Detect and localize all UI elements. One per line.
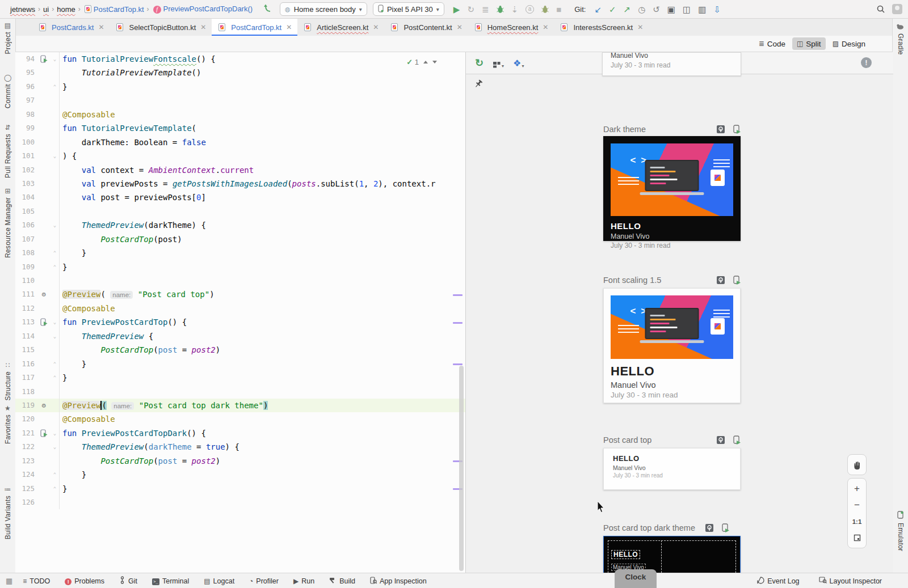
code-line-125[interactable]: 125⌃} xyxy=(15,482,465,496)
sidebar-item-favorites[interactable]: ★Favorites xyxy=(0,404,15,444)
refresh-preview-icon[interactable]: ↻ xyxy=(475,57,484,69)
breadcrumb-item-jetnews[interactable]: jetnews xyxy=(10,5,35,14)
pan-tool-button[interactable] xyxy=(847,454,867,475)
zoom-to-fit-button[interactable] xyxy=(848,530,866,545)
gutter-preview-settings-icon[interactable]: ⚙ xyxy=(37,287,51,301)
profiler-icon[interactable]: a xyxy=(526,5,534,14)
sidebar-item-emulator[interactable]: Emulator xyxy=(893,511,908,551)
git-push-icon[interactable]: ↗ xyxy=(624,5,631,14)
interactive-preview-icon[interactable] xyxy=(705,523,714,534)
code-line-115[interactable]: 115 PostCardTop(post = post2) xyxy=(15,343,465,357)
close-icon[interactable]: ✕ xyxy=(637,23,643,31)
code-line-108[interactable]: 108⌃ } xyxy=(15,246,465,260)
preview-card-dark-wireframe[interactable]: HELLO Manuel Vivo xyxy=(603,536,741,573)
interactive-preview-icon[interactable] xyxy=(716,125,725,136)
git-commit-icon[interactable]: ✓ xyxy=(609,5,616,14)
code-line-109[interactable]: 109⌃} xyxy=(15,260,465,274)
run-preview-icon[interactable] xyxy=(733,435,741,446)
statusbar-item-logcat[interactable]: ▤Logcat xyxy=(204,577,234,585)
code-line-123[interactable]: 123 PostCardTop(post = post2) xyxy=(15,454,465,468)
code-line-121[interactable]: 121⌄fun PreviewPostCardTopDark() { xyxy=(15,426,465,440)
preview-issues-badge[interactable]: ! xyxy=(861,57,872,68)
gutter-run-icon[interactable] xyxy=(37,315,51,329)
code-line-110[interactable]: 110 xyxy=(15,274,465,287)
tab-interestsscreen-kt[interactable]: InterestsScreen.kt✕ xyxy=(554,19,649,36)
code-line-119[interactable]: 119⚙@Preview( name: "Post card top dark … xyxy=(15,399,465,412)
close-icon[interactable]: ✕ xyxy=(286,23,292,31)
next-problem-icon[interactable] xyxy=(432,61,437,64)
statusbar-item-problems[interactable]: !Problems xyxy=(65,577,104,585)
statusbar-item-todo[interactable]: ≡TODO xyxy=(23,577,50,585)
code-line-112[interactable]: 112@Composable xyxy=(15,302,465,315)
prev-problem-icon[interactable] xyxy=(423,61,428,64)
code-line-98[interactable]: 98@Composable xyxy=(15,108,465,121)
code-line-94[interactable]: 94⌄fun TutorialPreviewFontscale() { xyxy=(15,52,465,66)
preview-card-partial[interactable]: Manuel Vivo July 30 - 3 min read xyxy=(602,52,741,76)
tab-selecttopicbutton-kt[interactable]: SelectTopicButton.kt✕ xyxy=(110,19,212,36)
statusbar-item-git[interactable]: Git xyxy=(119,576,137,586)
profiler-lines-icon[interactable]: ≣ xyxy=(482,5,489,14)
device-select[interactable]: Pixel 5 API 30 ▾ xyxy=(373,2,444,16)
breadcrumb-item-previewpostcardtopdark[interactable]: fPreviewPostCardTopDark() xyxy=(152,5,253,14)
tab-homescreen-kt[interactable]: HomeScreen.kt✕ xyxy=(468,19,554,36)
code-line-122[interactable]: 122⌄ ThemedPreview(darkTheme = true) { xyxy=(15,440,465,454)
device-mirroring-icon[interactable]: ▥ xyxy=(698,5,706,14)
code-line-120[interactable]: 120@Composable xyxy=(15,412,465,426)
run-preview-icon[interactable] xyxy=(733,125,741,136)
sidebar-item-commit[interactable]: ◯Commit xyxy=(0,74,15,108)
interactive-preview-icon[interactable] xyxy=(716,276,725,286)
statusbar-item-layout-inspector[interactable]: Layout Inspector xyxy=(819,577,882,585)
profile-app-icon[interactable] xyxy=(541,5,549,14)
search-everywhere-icon[interactable] xyxy=(876,5,885,14)
view-options-icon[interactable]: ▾ xyxy=(493,58,504,69)
git-rollback-icon[interactable]: ↺ xyxy=(653,5,660,14)
tab-articlescreen-kt[interactable]: ArticleScreen.kt✕ xyxy=(297,19,384,36)
inspection-widget[interactable]: ✓ 1 xyxy=(406,58,437,66)
device-manager-icon[interactable]: ▣ xyxy=(667,5,675,14)
run-preview-icon[interactable] xyxy=(733,276,741,286)
running-devices-icon[interactable]: ◫ xyxy=(683,5,691,14)
close-icon[interactable]: ✕ xyxy=(200,23,206,31)
code-line-124[interactable]: 124⌃ } xyxy=(15,468,465,481)
preview-card-font-scaling[interactable]: < > HELLO Manuel Vivo July 30 - 3 min re… xyxy=(603,288,741,403)
sidebar-item-project[interactable]: ▤Project xyxy=(0,22,15,54)
gutter-run-icon[interactable] xyxy=(37,52,51,66)
zoom-in-button[interactable]: + xyxy=(848,481,866,496)
close-icon[interactable]: ✕ xyxy=(98,23,104,31)
mode-code-button[interactable]: ≣ Code xyxy=(754,37,790,50)
statusbar-item-terminal[interactable]: >_Terminal xyxy=(152,577,189,585)
statusbar-item-profiler[interactable]: ◔Profiler xyxy=(249,577,279,585)
code-line-96[interactable]: 96⌃} xyxy=(15,80,465,94)
code-line-106[interactable]: 106⌄ ThemedPreview(darkTheme) { xyxy=(15,218,465,232)
breadcrumb-item-ui[interactable]: ui xyxy=(43,5,49,14)
code-line-113[interactable]: 113⌄fun PreviewPostCardTop() { xyxy=(15,315,465,329)
avatar[interactable] xyxy=(892,4,902,14)
tab-postcards-kt[interactable]: PostCards.kt✕ xyxy=(32,19,110,36)
zoom-actual-size-button[interactable]: 1:1 xyxy=(848,514,866,529)
statusbar-item-run[interactable]: ▶Run xyxy=(293,577,314,585)
preview-card-post-card-top[interactable]: HELLO Manuel Vivo July 30 - 3 min read xyxy=(603,448,741,490)
apply-changes-icon[interactable]: ↻ xyxy=(467,5,474,14)
tab-postcontent-kt[interactable]: PostContent.kt✕ xyxy=(384,19,468,36)
gutter-preview-settings-icon[interactable]: ⚙ xyxy=(37,399,51,412)
code-line-104[interactable]: 104 val post = previewPosts[0] xyxy=(15,191,465,204)
code-line-95[interactable]: 95 TutorialPreviewTemplate() xyxy=(15,66,465,79)
git-history-icon[interactable]: ◷ xyxy=(638,5,645,14)
code-line-102[interactable]: 102 val context = AmbientContext.current xyxy=(15,163,465,177)
close-icon[interactable]: ✕ xyxy=(373,23,379,31)
code-line-114[interactable]: 114⌄ ThemedPreview { xyxy=(15,329,465,343)
statusbar-item-build[interactable]: Build xyxy=(329,577,355,586)
statusbar-item-event-log[interactable]: Event Log xyxy=(757,577,799,586)
interactive-preview-icon[interactable] xyxy=(716,435,725,446)
breadcrumb-item-postcardtopkt[interactable]: PostCardTop.kt xyxy=(83,5,144,14)
code-line-118[interactable]: 118 xyxy=(15,385,465,399)
code-line-97[interactable]: 97 xyxy=(15,94,465,107)
code-line-117[interactable]: 117⌃} xyxy=(15,371,465,384)
sidebar-item-gradle[interactable]: Gradle xyxy=(893,23,908,55)
code-line-103[interactable]: 103 val previewPosts = getPostsWithImage… xyxy=(15,177,465,191)
code-line-101[interactable]: 101⌄) { xyxy=(15,149,465,163)
close-icon[interactable]: ✕ xyxy=(543,23,548,31)
tab-postcardtop-kt[interactable]: PostCardTop.kt✕ xyxy=(212,19,297,36)
sidebar-item-build-variants[interactable]: ≔Build Variants xyxy=(0,485,15,539)
code-line-116[interactable]: 116⌃ } xyxy=(15,357,465,371)
